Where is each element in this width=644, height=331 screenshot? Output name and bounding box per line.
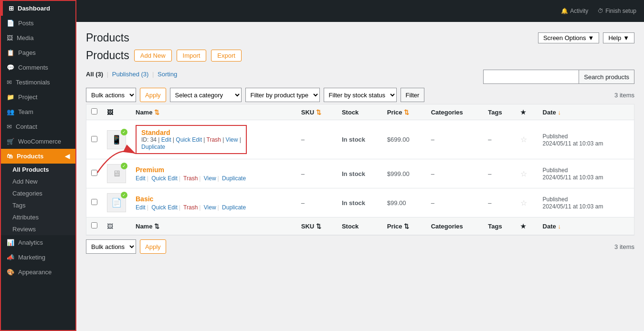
row3-trash-link[interactable]: Trash [183,204,198,211]
row3-quick-edit-link[interactable]: Quick Edit [151,204,178,211]
sidebar-item-analytics[interactable]: 📊 Analytics [1,235,75,250]
finish-setup-label: Finish setup [605,8,636,14]
th-date[interactable]: Date ↓ [538,104,634,120]
activity-label: Activity [570,8,588,14]
sidebar-item-marketing[interactable]: 📣 Marketing [1,250,75,265]
row1-checkbox[interactable] [91,136,97,142]
row3-edit-link[interactable]: Edit [136,204,146,211]
products-icon: 🛍 [7,153,13,160]
row1-star-icon[interactable]: ☆ [520,135,527,144]
footer-name-sort-icon: ⇅ [154,223,159,230]
row2-product-actions: Edit| Quick Edit| Trash| View| Duplicate [136,175,292,182]
sidebar-sub-add-new[interactable]: Add New [1,176,75,187]
row2-stock: In stock [337,159,382,188]
sidebar-item-woocommerce[interactable]: 🛒 WooCommerce [1,134,75,149]
footer-th-featured: ★ [516,217,538,235]
sidebar-products-header[interactable]: 🛍 Products ◀ [1,149,75,164]
footer-checkbox-cell [86,217,102,235]
row2-price: $999.00 [382,159,426,188]
search-button[interactable]: Search products [579,70,634,84]
row2-edit-link[interactable]: Edit [136,175,146,182]
footer-th-date[interactable]: Date ↓ [538,217,634,235]
screen-options-label: Screen Options [543,34,586,41]
th-sku[interactable]: SKU ⇅ [296,104,337,120]
row2-star-icon[interactable]: ☆ [520,170,527,178]
row2-product-name-link[interactable]: Premium [136,166,164,174]
row3-duplicate-link[interactable]: Duplicate [222,204,246,211]
items-count-bottom: 3 items [614,243,634,250]
sidebar-posts-label: Posts [18,20,34,27]
row2-view-link[interactable]: View [204,175,216,182]
select-all-checkbox[interactable] [91,108,97,114]
row1-product-name-link[interactable]: Standard [141,129,170,136]
sidebar-item-dashboard[interactable]: ⊞ Dashboard [1,1,75,16]
footer-th-name[interactable]: Name ⇅ [131,217,296,235]
row3-price: $99.00 [382,188,426,217]
filter-published-link[interactable]: Published (3) [112,71,149,78]
sidebar-comments-label: Comments [18,64,48,71]
sidebar-products-section: 🛍 Products ◀ All Products Add New Catego… [1,149,75,235]
activity-button[interactable]: 🔔 Activity [561,8,588,14]
th-price[interactable]: Price ⇅ [382,104,426,120]
help-button[interactable]: Help ▼ [603,32,634,43]
footer-th-price[interactable]: Price ⇅ [382,217,426,235]
sidebar-sub-attributes[interactable]: Attributes [1,211,75,223]
row1-edit-link[interactable]: Edit [161,136,171,143]
row3-product-name-link[interactable]: Basic [136,195,153,203]
add-new-button[interactable]: Add New [134,50,172,62]
sidebar-item-contact[interactable]: ✉ Contact [1,119,75,134]
sidebar-item-project[interactable]: 📁 Project [1,90,75,104]
sidebar-item-team[interactable]: 👥 Team [1,104,75,119]
sidebar-item-testimonials[interactable]: ✉ Testimonials [1,75,75,90]
sidebar-sub-reviews[interactable]: Reviews [1,223,75,235]
row1-view-link[interactable]: View [226,136,238,143]
comments-icon: 💬 [7,64,14,71]
row1-trash-link[interactable]: Trash [207,136,221,143]
category-select[interactable]: Select a category [170,88,242,102]
filter-button[interactable]: Filter [401,88,425,102]
page-title: Products [86,31,129,44]
sidebar-item-appearance[interactable]: 🎨 Appearance [1,265,75,279]
row3-view-link[interactable]: View [204,204,216,211]
team-icon: 👥 [7,108,14,115]
th-name[interactable]: Name ⇅ [131,104,296,120]
top-bulk-row: Bulk actions Apply Select a category Fil… [86,88,634,102]
row2-trash-link[interactable]: Trash [183,175,198,182]
row3-checkbox[interactable] [91,199,97,205]
filter-all-link[interactable]: All (3) [86,71,103,78]
product-type-select[interactable]: Filter by product type [245,88,320,102]
footer-th-sku[interactable]: SKU ⇅ [296,217,337,235]
bottom-apply-button[interactable]: Apply [140,239,166,254]
bottom-bulk-row: Bulk actions Apply 3 items [86,239,634,254]
row1-duplicate-link[interactable]: Duplicate [141,144,165,150]
sidebar-item-pages[interactable]: 📋 Pages [1,45,75,60]
sidebar-item-comments[interactable]: 💬 Comments [1,60,75,75]
row1-quick-edit-link[interactable]: Quick Edit [176,136,202,143]
sidebar-item-media[interactable]: 🖼 Media [1,31,75,45]
stock-status-select[interactable]: Filter by stock status [324,88,397,102]
products-page-title: Products [86,49,129,62]
footer-image-col-icon: 🖼 [107,223,113,230]
row2-checkbox[interactable] [91,170,97,176]
row2-image-cell: 🖥 ✓ [102,159,131,188]
import-button[interactable]: Import [177,50,207,62]
top-apply-button[interactable]: Apply [140,88,166,102]
row2-quick-edit-link[interactable]: Quick Edit [151,175,178,182]
help-arrow-icon: ▼ [623,34,629,41]
page-content: Products Screen Options ▼ Help ▼ Product… [76,22,644,331]
footer-select-all-checkbox[interactable] [91,222,97,228]
search-input[interactable] [483,70,579,84]
sidebar-item-posts[interactable]: 📄 Posts [1,16,75,31]
sidebar-sub-categories[interactable]: Categories [1,187,75,199]
bottom-bulk-actions-select[interactable]: Bulk actions [86,239,136,254]
export-button[interactable]: Export [211,50,242,62]
row2-published-status: Published2024/05/11 at 10:03 am [543,167,603,181]
row2-duplicate-link[interactable]: Duplicate [222,175,246,182]
top-bulk-actions-select[interactable]: Bulk actions [86,88,136,102]
finish-setup-button[interactable]: ⏱ Finish setup [598,8,636,14]
screen-options-button[interactable]: Screen Options ▼ [538,32,599,43]
sidebar-sub-all-products[interactable]: All Products [1,164,75,176]
row3-star-icon[interactable]: ☆ [520,199,527,207]
filter-sorting-link[interactable]: Sorting [158,71,177,78]
sidebar-sub-tags[interactable]: Tags [1,199,75,211]
